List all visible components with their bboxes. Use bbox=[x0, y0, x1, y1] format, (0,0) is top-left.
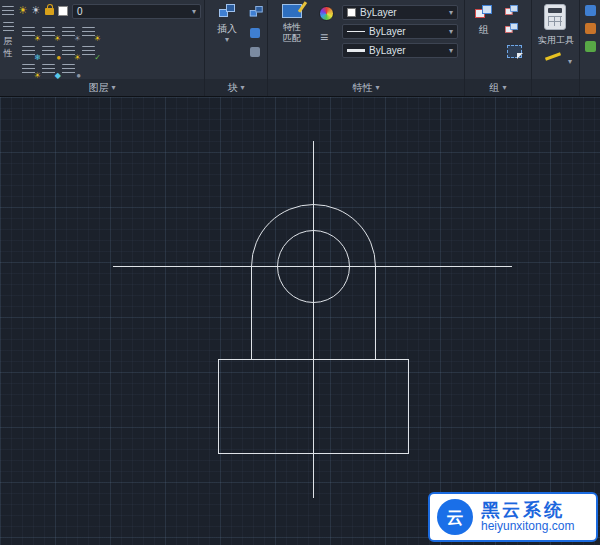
insert-block-button[interactable]: 插入 ▾ bbox=[211, 4, 243, 44]
sun-icon: ☀ bbox=[74, 35, 81, 43]
watermark-logo-char: 云 bbox=[447, 506, 464, 529]
layer-tool-icon[interactable]: ◆ bbox=[42, 61, 59, 77]
chevron-down-icon: ▾ bbox=[111, 84, 115, 92]
layer-tool-icon[interactable]: ● bbox=[62, 61, 79, 77]
sun-icon: ☀ bbox=[34, 72, 41, 79]
layer-tool-icon[interactable]: ☀ bbox=[62, 43, 79, 59]
group-panel-body: 组 bbox=[465, 0, 531, 79]
properties-panel-label-text: 特性 bbox=[352, 81, 372, 95]
partial-panel-label bbox=[580, 79, 600, 96]
chevron-down-icon: ▾ bbox=[192, 8, 196, 16]
block-panel-label-text: 块 bbox=[227, 81, 237, 95]
watermark-text: 黑云系统 heiyunxitong.com bbox=[481, 500, 574, 534]
layer-properties-icon bbox=[3, 22, 14, 32]
insert-block-icon bbox=[218, 4, 236, 19]
sun-icon: ☀ bbox=[34, 35, 41, 43]
chevron-down-icon: ▾ bbox=[502, 84, 506, 92]
object-color-value: ByLayer bbox=[360, 7, 397, 18]
group-selection-icon[interactable] bbox=[507, 45, 522, 58]
properties-panel-label[interactable]: 特性 ▾ bbox=[268, 79, 464, 96]
lineweight-value: ByLayer bbox=[369, 45, 406, 56]
dot-icon: ● bbox=[76, 72, 81, 79]
linetype-value: ByLayer bbox=[369, 26, 406, 37]
chevron-down-icon: ▾ bbox=[449, 28, 453, 36]
watermark-title: 黑云系统 bbox=[481, 500, 574, 521]
layer-tool-icon[interactable]: ☀ bbox=[22, 61, 39, 77]
layer-properties-button[interactable]: 层 性 bbox=[0, 22, 16, 59]
drawing-layer bbox=[0, 97, 600, 545]
watermark: 云 黑云系统 heiyunxitong.com bbox=[428, 492, 598, 542]
layer-lock-icon[interactable] bbox=[45, 8, 54, 15]
block-editor-icon[interactable] bbox=[250, 28, 260, 38]
layer-on-icon[interactable]: ☀ bbox=[18, 5, 28, 16]
layer-properties-label-top: 层 bbox=[0, 35, 16, 47]
measure-icon[interactable] bbox=[545, 55, 561, 58]
layer-states-icon[interactable] bbox=[2, 4, 14, 22]
ungroup-icon[interactable] bbox=[505, 5, 523, 24]
color-swatch bbox=[347, 8, 356, 17]
chevron-down-icon: ▾ bbox=[211, 36, 243, 44]
color-wheel-icon[interactable] bbox=[319, 6, 334, 21]
watermark-url: heiyunxitong.com bbox=[481, 520, 574, 534]
ribbon-panel-block: 插入 ▾ 块 ▾ bbox=[205, 0, 268, 96]
ribbon-panel-group: 组 组 ▾ bbox=[465, 0, 532, 96]
group-button[interactable]: 组 bbox=[469, 5, 499, 37]
lineweight-swatch bbox=[347, 49, 365, 52]
chevron-down-icon[interactable]: ▾ bbox=[568, 58, 572, 66]
layer-tool-icon[interactable]: ❄ bbox=[22, 43, 39, 59]
linetype-dropdown[interactable]: ByLayer ▾ bbox=[342, 24, 458, 39]
block-panel-label[interactable]: 块 ▾ bbox=[205, 79, 267, 96]
ribbon-toolbar: ☀ ☀ 0 ▾ 层 性 ☀ ☀ ☀ ☀ ❄ ● ☀ ✓ ☀ ◆ ● bbox=[0, 0, 600, 96]
ribbon-panel-layers: ☀ ☀ 0 ▾ 层 性 ☀ ☀ ☀ ☀ ❄ ● ☀ ✓ ☀ ◆ ● bbox=[0, 0, 205, 96]
clipped-tool-icon[interactable] bbox=[585, 41, 596, 52]
layer-tool-icon[interactable]: ☀ bbox=[82, 24, 99, 40]
properties-panel-body: 特性 匹配 ≡ ByLayer ▾ ByLayer ▾ ByLayer ▾ bbox=[268, 0, 464, 79]
group-icon bbox=[475, 5, 493, 20]
layer-tool-icon[interactable]: ● bbox=[42, 43, 59, 59]
group-edit-icon[interactable] bbox=[505, 23, 523, 42]
layers-panel-label-text: 图层 bbox=[88, 81, 108, 95]
sun-icon: ☀ bbox=[94, 35, 101, 43]
match-properties-icon bbox=[282, 4, 302, 18]
chevron-down-icon: ▾ bbox=[375, 84, 379, 92]
lineweight-dropdown[interactable]: ByLayer ▾ bbox=[342, 43, 458, 58]
drawing-canvas[interactable] bbox=[0, 96, 600, 545]
insert-block-label: 插入 bbox=[211, 23, 243, 36]
match-properties-button[interactable]: 特性 匹配 bbox=[272, 4, 312, 45]
layer-dropdown[interactable]: 0 ▾ bbox=[72, 4, 201, 19]
diamond-icon: ◆ bbox=[55, 72, 61, 79]
clipped-tool-icon[interactable] bbox=[585, 23, 596, 34]
sun-icon: ☀ bbox=[54, 35, 61, 43]
utilities-panel-body: 实用工具 ▾ bbox=[532, 0, 579, 79]
object-color-dropdown[interactable]: ByLayer ▾ bbox=[342, 5, 458, 20]
layer-tool-icon[interactable]: ☀ bbox=[62, 24, 79, 40]
layer-dropdown-value: 0 bbox=[77, 6, 83, 17]
ribbon-panel-properties: 特性 匹配 ≡ ByLayer ▾ ByLayer ▾ ByLayer ▾ bbox=[268, 0, 465, 96]
ribbon-panel-utilities: 实用工具 ▾ bbox=[532, 0, 580, 96]
create-block-icon[interactable] bbox=[249, 6, 267, 25]
layer-tool-icon[interactable]: ✓ bbox=[82, 43, 99, 59]
linetype-swatch bbox=[347, 31, 365, 32]
watermark-logo-icon: 云 bbox=[437, 499, 473, 535]
match-properties-label-2: 匹配 bbox=[272, 33, 312, 44]
clipped-tool-icon[interactable] bbox=[585, 5, 596, 16]
layer-color-swatch[interactable] bbox=[58, 6, 68, 16]
check-icon: ✓ bbox=[94, 54, 101, 62]
match-properties-label-1: 特性 bbox=[272, 22, 312, 33]
block-attributes-icon[interactable] bbox=[250, 47, 260, 57]
linetype-lines-icon[interactable]: ≡ bbox=[320, 30, 328, 44]
layer-tool-icon[interactable]: ☀ bbox=[22, 24, 39, 40]
calculator-icon[interactable] bbox=[544, 4, 566, 30]
layers-panel-label[interactable]: 图层 ▾ bbox=[0, 79, 204, 96]
layer-tool-icon[interactable]: ☀ bbox=[42, 24, 59, 40]
utilities-panel-label[interactable] bbox=[532, 79, 579, 96]
layer-thaw-icon[interactable]: ☀ bbox=[31, 5, 41, 16]
utilities-panel-title: 实用工具 bbox=[532, 35, 579, 46]
group-panel-label[interactable]: 组 ▾ bbox=[465, 79, 531, 96]
layer-properties-label-bottom: 性 bbox=[0, 47, 16, 59]
group-button-label: 组 bbox=[469, 24, 499, 37]
block-panel-body: 插入 ▾ bbox=[205, 0, 267, 79]
layers-panel-body: ☀ ☀ 0 ▾ 层 性 ☀ ☀ ☀ ☀ ❄ ● ☀ ✓ ☀ ◆ ● bbox=[0, 0, 204, 79]
group-panel-label-text: 组 bbox=[489, 81, 499, 95]
chevron-down-icon: ▾ bbox=[240, 84, 244, 92]
